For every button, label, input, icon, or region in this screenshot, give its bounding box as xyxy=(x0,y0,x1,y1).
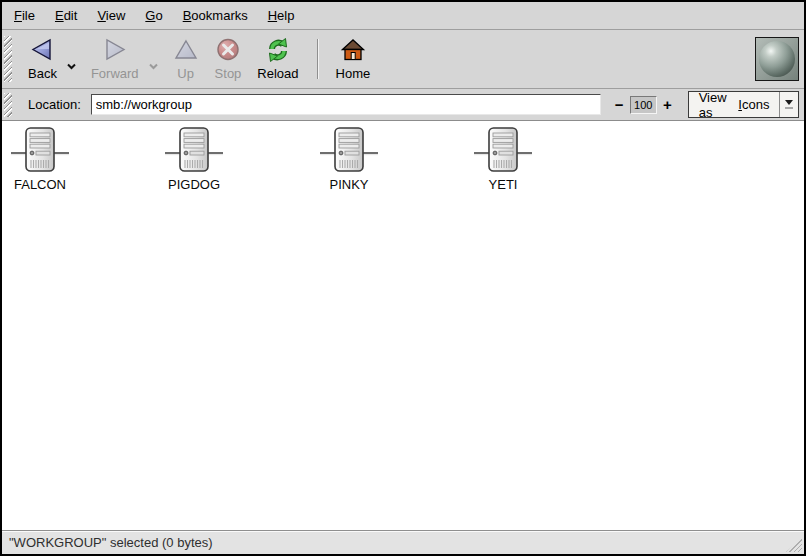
file-manager-window: File Edit View Go Bookmarks Help Back Fo… xyxy=(0,0,806,556)
back-arrow-icon xyxy=(29,37,55,63)
resize-grip[interactable] xyxy=(786,538,802,552)
file-label: PINKY xyxy=(329,177,368,192)
zoom-out-button[interactable]: − xyxy=(612,95,627,114)
location-input[interactable] xyxy=(91,94,601,115)
file-item-yeti[interactable]: YETI xyxy=(474,127,532,192)
view-as-selector-label: View as Icons xyxy=(689,92,780,117)
forward-button: Forward xyxy=(83,34,147,84)
throbber xyxy=(755,37,799,81)
network-server-icon xyxy=(474,127,532,173)
home-button[interactable]: Home xyxy=(328,34,379,84)
menu-bar: File Edit View Go Bookmarks Help xyxy=(2,2,804,30)
status-bar: "WORKGROUP" selected (0 bytes) xyxy=(2,530,804,554)
forward-label: Forward xyxy=(91,66,139,81)
back-label: Back xyxy=(28,66,57,81)
stop-icon xyxy=(215,37,241,63)
reload-button[interactable]: Reload xyxy=(249,34,306,84)
forward-arrow-icon xyxy=(102,37,128,63)
home-label: Home xyxy=(336,66,371,81)
file-item-falcon[interactable]: FALCON xyxy=(11,127,69,192)
menu-bookmarks[interactable]: Bookmarks xyxy=(173,3,258,28)
network-server-icon xyxy=(320,127,378,173)
menu-file[interactable]: File xyxy=(4,3,45,28)
menu-help[interactable]: Help xyxy=(258,3,305,28)
network-server-icon xyxy=(165,127,223,173)
view-as-selector[interactable]: View as Icons xyxy=(688,91,799,118)
home-icon xyxy=(340,37,366,63)
network-server-icon xyxy=(11,127,69,173)
file-view[interactable]: FALCON PIGDOG xyxy=(2,121,804,530)
menu-edit[interactable]: Edit xyxy=(45,3,87,28)
toolbar-drag-handle[interactable] xyxy=(4,36,12,82)
toolbar: Back Forward Up Stop xyxy=(2,30,804,89)
back-history-chevron-icon[interactable] xyxy=(66,63,77,70)
stop-label: Stop xyxy=(215,66,242,81)
file-item-pinky[interactable]: PINKY xyxy=(320,127,378,192)
zoom-level-indicator[interactable]: 100 xyxy=(630,96,657,114)
menu-view[interactable]: View xyxy=(87,3,135,28)
status-text: "WORKGROUP" selected (0 bytes) xyxy=(9,535,213,550)
forward-history-chevron-icon xyxy=(148,63,159,70)
zoom-in-button[interactable]: + xyxy=(660,95,675,114)
menu-go[interactable]: Go xyxy=(135,3,172,28)
location-bar-drag-handle[interactable] xyxy=(4,93,12,117)
file-item-pigdog[interactable]: PIGDOG xyxy=(165,127,223,192)
file-label: YETI xyxy=(489,177,518,192)
location-bar: Location: − 100 + View as Icons xyxy=(2,89,804,121)
file-label: PIGDOG xyxy=(168,177,220,192)
back-button[interactable]: Back xyxy=(20,34,65,84)
up-button: Up xyxy=(165,34,207,84)
toolbar-separator xyxy=(317,39,318,79)
stop-button: Stop xyxy=(207,34,250,84)
location-label: Location: xyxy=(28,97,81,112)
up-label: Up xyxy=(177,66,194,81)
dropdown-arrow-icon xyxy=(779,92,798,117)
reload-icon xyxy=(265,37,291,63)
reload-label: Reload xyxy=(257,66,298,81)
throbber-sphere-icon xyxy=(759,41,795,77)
up-arrow-icon xyxy=(173,37,199,63)
file-label: FALCON xyxy=(14,177,66,192)
